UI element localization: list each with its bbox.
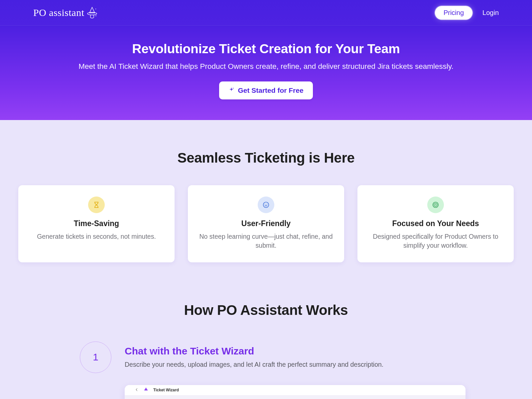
step-1: 1 Chat with the Ticket Wizard Describe y…: [66, 341, 466, 399]
feature-card-user-friendly: User-Friendly No steep learning curve—ju…: [188, 185, 344, 262]
hero-title: Revolutionize Ticket Creation for Your T…: [7, 42, 525, 56]
feature-body: No steep learning curve—just chat, refin…: [197, 232, 335, 250]
feature-card-focused: Focused on Your Needs Designed specifica…: [357, 185, 514, 262]
feature-card-time-saving: Time-Saving Generate tickets in seconds,…: [18, 185, 175, 262]
feature-body: Generate tickets in seconds, not minutes…: [28, 232, 165, 241]
pricing-button[interactable]: Pricing: [435, 6, 472, 20]
back-icon: [135, 388, 139, 393]
step-description: Describe your needs, upload images, and …: [125, 361, 466, 368]
brand-logo[interactable]: PO assistant: [33, 6, 98, 19]
hero-section: Revolutionize Ticket Creation for Your T…: [0, 26, 532, 120]
features-heading: Seamless Ticketing is Here: [18, 150, 514, 166]
svg-point-3: [265, 204, 265, 204]
how-it-works-section: How PO Assistant Works 1 Chat with the T…: [0, 302, 532, 399]
feature-title: Focused on Your Needs: [367, 219, 504, 228]
smile-icon: [258, 197, 274, 213]
step-title: Chat with the Ticket Wizard: [125, 345, 466, 357]
feature-title: Time-Saving: [28, 219, 165, 228]
step-screenshot: Ticket Wizard Generated Ticket: [125, 385, 466, 399]
target-icon: [427, 197, 444, 213]
hourglass-icon: [88, 197, 105, 213]
features-section: Seamless Ticketing is Here Time-Saving G…: [0, 120, 532, 302]
svg-point-0: [87, 12, 97, 15]
svg-point-4: [267, 204, 267, 204]
step-number-badge: 1: [80, 341, 111, 373]
svg-point-7: [435, 204, 436, 205]
hero-subtitle: Meet the AI Ticket Wizard that helps Pro…: [7, 62, 525, 71]
get-started-button[interactable]: Get Started for Free: [219, 81, 313, 99]
navbar: PO assistant Pricing Login: [0, 0, 532, 26]
svg-point-1: [95, 9, 96, 9]
feature-body: Designed specifically for Product Owners…: [367, 232, 504, 250]
get-started-label: Get Started for Free: [238, 86, 303, 94]
screenshot-app-title: Ticket Wizard: [153, 388, 179, 392]
svg-point-2: [263, 202, 269, 208]
sparkle-icon: [228, 86, 234, 94]
login-link[interactable]: Login: [482, 9, 499, 17]
nav-right: Pricing Login: [435, 6, 499, 20]
how-heading: How PO Assistant Works: [18, 302, 514, 318]
svg-point-8: [144, 389, 148, 390]
screenshot-titlebar: Ticket Wizard: [125, 385, 466, 396]
wizard-hat-icon: [86, 6, 98, 19]
brand-name: PO assistant: [33, 7, 84, 18]
feature-title: User-Friendly: [197, 219, 335, 228]
app-avatar-icon: [143, 387, 149, 393]
